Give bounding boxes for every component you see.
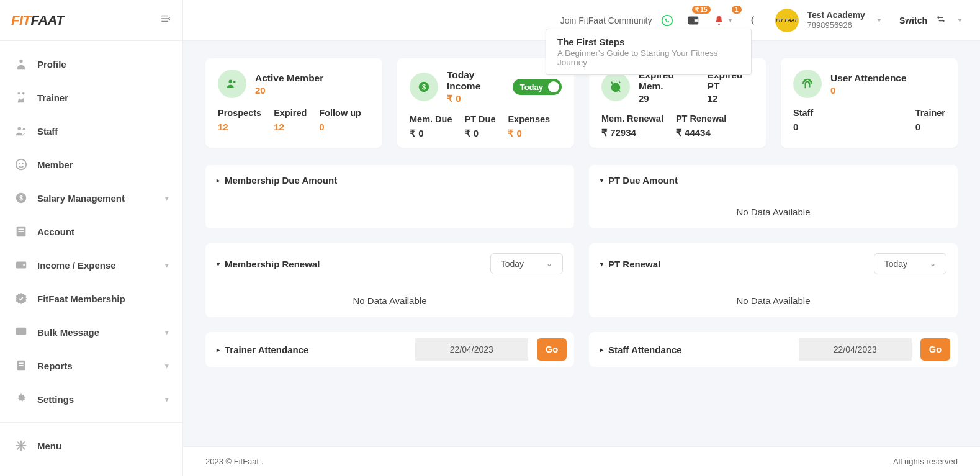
svg-point-24 xyxy=(233,81,236,83)
svg-point-6 xyxy=(19,163,20,164)
svg-point-5 xyxy=(16,159,27,170)
sidebar-item-fitfaat-membership[interactable]: FitFaat Membership xyxy=(0,282,182,315)
expand-icon: ▾ xyxy=(600,177,603,184)
tips-popover[interactable]: The First Steps A Beginner's Guide to St… xyxy=(546,29,752,75)
account-info[interactable]: Test Academy 7898956926 xyxy=(807,10,865,30)
sidebar-item-profile[interactable]: Profile xyxy=(0,47,182,81)
svg-point-20 xyxy=(662,15,672,25)
panel-header[interactable]: ▸Membership Due Amount xyxy=(205,165,574,195)
sidebar-item-label: Staff xyxy=(37,126,58,137)
sub-value: 12 xyxy=(274,122,307,132)
svg-rect-22 xyxy=(694,19,698,22)
card-value: 0 xyxy=(830,85,907,96)
chevron-down-icon: ▾ xyxy=(165,194,169,202)
panel-staff-attendance: ▸Staff Attendance Go xyxy=(589,332,958,367)
sidebar-item-income-expense[interactable]: Income / Expense ▾ xyxy=(0,248,182,282)
logo[interactable]: FITFAAT xyxy=(11,12,64,29)
today-toggle[interactable]: Today xyxy=(513,79,562,95)
chevron-down-icon[interactable]: ▾ xyxy=(955,17,965,24)
sidebar-item-staff[interactable]: Staff xyxy=(0,114,182,148)
sub-value: ₹ 44434 xyxy=(676,127,726,138)
content: Active Member 20 Prospects12 Expired12 F… xyxy=(183,41,980,446)
profile-icon xyxy=(14,56,29,71)
sidebar-collapse-icon[interactable] xyxy=(160,13,171,27)
chevron-down-icon[interactable]: ▾ xyxy=(874,17,884,24)
sidebar-item-label: Settings xyxy=(37,394,74,405)
sidebar-item-label: Salary Management xyxy=(37,193,125,204)
card-title: Active Member xyxy=(255,73,323,84)
account-phone: 7898956926 xyxy=(807,20,865,30)
reports-icon xyxy=(14,358,29,373)
sidebar-item-trainer[interactable]: Trainer xyxy=(0,81,182,114)
sub-value: ₹ 0 xyxy=(465,128,496,139)
svg-point-14 xyxy=(23,264,25,266)
chevron-down-icon: ▾ xyxy=(165,362,169,370)
popover-subtitle: A Beginner's Guide to Starting Your Fitn… xyxy=(557,48,740,67)
card-active-member[interactable]: Active Member 20 Prospects12 Expired12 F… xyxy=(205,58,382,148)
switch-icon[interactable] xyxy=(936,14,946,27)
member-icon xyxy=(14,157,29,172)
popover-title: The First Steps xyxy=(557,37,740,47)
date-input[interactable] xyxy=(799,338,912,361)
sidebar-item-label: Menu xyxy=(37,441,61,451)
panel-header: ▸Trainer Attendance Go xyxy=(205,332,574,367)
salary-icon: $ xyxy=(14,191,29,205)
verified-icon xyxy=(14,291,29,306)
panel-header[interactable]: ▾PT Due Amount xyxy=(589,165,958,195)
toggle-knob xyxy=(548,81,559,92)
sidebar-item-settings[interactable]: Settings ▾ xyxy=(0,382,182,416)
svg-rect-12 xyxy=(18,231,24,232)
svg-text:$: $ xyxy=(19,195,23,202)
footer: 2023 © FitFaat . All rights reserved xyxy=(183,446,980,476)
footer-copyright: 2023 © FitFaat . xyxy=(205,457,263,466)
card-value: 12 xyxy=(708,93,753,104)
card-title: User Attendence xyxy=(830,73,907,84)
sub-value: ₹ 0 xyxy=(508,128,550,139)
go-button[interactable]: Go xyxy=(920,338,950,361)
card-title: Today Income xyxy=(447,70,504,92)
panel-body: No Data Available xyxy=(589,195,958,228)
sub-label: Prospects xyxy=(218,108,261,118)
sidebar-item-bulk-message[interactable]: Bulk Message ▾ xyxy=(0,315,182,349)
switch-button[interactable]: Switch xyxy=(899,16,927,25)
sidebar-item-menu[interactable]: Menu xyxy=(0,429,182,462)
panel-membership-due: ▸Membership Due Amount xyxy=(205,165,574,228)
brand-avatar[interactable]: FIT FAAT xyxy=(775,9,799,32)
panel-body: No Data Available xyxy=(589,284,958,317)
sidebar-item-member[interactable]: Member xyxy=(0,148,182,181)
fingerprint-icon xyxy=(793,70,822,98)
sub-label: Trainer xyxy=(915,108,945,118)
staff-icon xyxy=(14,123,29,138)
panel-membership-renewal: ▾Membership Renewal Today⌄ No Data Avail… xyxy=(205,243,574,317)
date-input[interactable] xyxy=(415,338,528,361)
chevron-down-icon: ▾ xyxy=(165,328,169,336)
go-button[interactable]: Go xyxy=(537,338,567,361)
chevron-down-icon: ▾ xyxy=(725,17,735,24)
period-select[interactable]: Today⌄ xyxy=(490,253,563,274)
svg-text:$: $ xyxy=(422,83,426,91)
svg-point-3 xyxy=(18,127,22,131)
panel-header[interactable]: ▾Membership Renewal Today⌄ xyxy=(205,243,574,284)
svg-point-1 xyxy=(18,92,20,95)
chevron-down-icon: ⌄ xyxy=(930,259,936,268)
sidebar-item-label: Income / Expense xyxy=(37,260,116,271)
sidebar-item-salary[interactable]: $ Salary Management ▾ xyxy=(0,181,182,215)
sidebar-item-label: Bulk Message xyxy=(37,327,99,338)
svg-rect-17 xyxy=(19,362,23,364)
sub-label: Mem. Renewal xyxy=(601,114,663,123)
period-select[interactable]: Today⌄ xyxy=(874,253,946,274)
sidebar-item-account[interactable]: Account xyxy=(0,215,182,248)
card-value: ₹ 0 xyxy=(447,93,504,104)
svg-rect-15 xyxy=(16,328,27,335)
whatsapp-icon[interactable] xyxy=(661,14,673,27)
sub-label: Expenses xyxy=(508,114,550,124)
sidebar-item-reports[interactable]: Reports ▾ xyxy=(0,349,182,382)
card-user-attendance[interactable]: User Attendence 0 Staff0 Trainer0 xyxy=(781,58,958,148)
community-link[interactable]: Join FitFaat Community xyxy=(560,16,652,25)
sub-value: 12 xyxy=(218,122,261,132)
svg-point-23 xyxy=(229,80,233,84)
panel-header[interactable]: ▾PT Renewal Today⌄ xyxy=(589,243,958,284)
panel-pt-due: ▾PT Due Amount No Data Available xyxy=(589,165,958,228)
sub-label: Expired xyxy=(274,108,307,118)
card-value: 29 xyxy=(639,93,696,104)
